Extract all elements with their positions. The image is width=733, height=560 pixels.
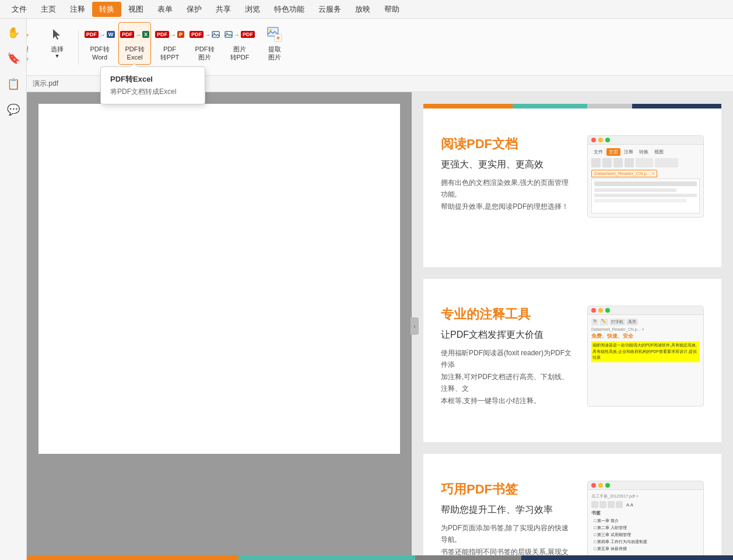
- read-pdf-title: 阅读PDF文档: [441, 135, 576, 153]
- dot-yellow-2: [598, 308, 603, 313]
- toolbar: ✋ 手型 工具 选择 ▼ PDF → W PDF转 Word: [0, 19, 733, 76]
- mini-content-area-1: [591, 178, 700, 214]
- sidebar-hand-icon[interactable]: ✋: [4, 23, 23, 42]
- menu-browse[interactable]: 浏览: [238, 2, 267, 17]
- menu-convert[interactable]: 转换: [92, 2, 121, 17]
- file-path: 演示.pdf: [33, 79, 58, 89]
- svg-rect-3: [225, 32, 232, 37]
- preview-section-annotation: 专业的注释工具 让PDF文档发挥更大价值 使用福昕PDF阅读器(foxit re…: [423, 279, 721, 442]
- mini-highlighted-text: 福昕阅读器是一款功能强大的PDF阅读软件,具有稳定高效,具有稳性高效,企业和政府…: [591, 341, 700, 362]
- mini-app-read: 文件 主页 注释 转换 视图: [587, 135, 704, 218]
- dot-red-2: [591, 308, 596, 313]
- mini-app-bar-2: [588, 306, 703, 315]
- dot-green-2: [605, 308, 610, 313]
- menu-view[interactable]: 视图: [121, 2, 150, 17]
- mini-app-content-3: 员工手册_20120917.pdf × A A 书签 □ 第一章 简介 □ 第二…: [588, 490, 703, 556]
- color-seg-navy: [632, 104, 721, 108]
- menu-features[interactable]: 特色功能: [267, 2, 311, 17]
- mini-tab-file: 文件: [591, 148, 605, 156]
- annotation-desc: 使用福昕PDF阅读器(foxit reader)为PDF文件添加注释,可对PDF…: [441, 347, 576, 407]
- annotation-section: 专业的注释工具 让PDF文档发挥更大价值 使用福昕PDF阅读器(foxit re…: [441, 306, 704, 407]
- color-seg-teal: [513, 104, 587, 108]
- bookmark-desc: 为PDF页面添加书签,除了实现内容的快速导航,书签还能指明不同书签的层级关系,展…: [441, 522, 576, 560]
- preview-panel: 阅读PDF文档 更强大、更实用、更高效 拥有出色的文档渲染效果,强大的页面管理功…: [412, 92, 733, 560]
- mini-hand-icon: [591, 158, 601, 167]
- sidebar-bookmark-icon[interactable]: 🔖: [4, 49, 23, 68]
- mini-orange-text: 免费、快速、安全: [591, 332, 700, 340]
- select-tool-button[interactable]: 选择 ▼: [41, 22, 73, 63]
- sidebar-comment-icon[interactable]: 💬: [4, 100, 23, 119]
- menu-share[interactable]: 共享: [209, 2, 238, 17]
- toc-item-2: □ 第二章 入职管理: [591, 525, 700, 531]
- mini-toolbar2: Tr ✏️ 打字机 高亮: [591, 318, 700, 326]
- mini-app-bar-1: [588, 136, 703, 145]
- pdf-to-word-button[interactable]: PDF → W PDF转 Word: [83, 22, 116, 65]
- mini-file-tab-1: Datasheet_Reader_CN.p... ×: [591, 170, 657, 177]
- dot-yellow: [598, 138, 603, 142]
- mini-nav-icon: [655, 158, 678, 167]
- collapse-chevron-icon: ›: [413, 323, 415, 330]
- pdf-to-excel-button[interactable]: PDF → X PDF转 Excel: [118, 22, 151, 65]
- mini-bookmarks-header: 书签: [591, 510, 700, 516]
- dot-green: [605, 138, 610, 142]
- bookmark-title: 巧用PDF书签: [441, 481, 576, 498]
- left-sidebar: ✋ 🔖 📋 💬: [0, 19, 27, 560]
- toc-item-5: □ 第五章 休薪停摆: [591, 546, 700, 552]
- pdf-excel-icon: PDF → X: [125, 25, 144, 44]
- bottom-seg-teal: [239, 555, 415, 560]
- mini-toolbar-row-1: [591, 158, 700, 167]
- sidebar-pages-icon[interactable]: 📋: [4, 75, 23, 93]
- pdf-img-icon: PDF →: [195, 25, 214, 44]
- mini-toc: □ 第一章 简介 □ 第二章 入职管理 □ 第三章 试用期管理 □ 第四章 工作…: [591, 518, 700, 552]
- toolbar-divider-1: [78, 30, 79, 65]
- extract-img-button[interactable]: 提取 图片: [258, 22, 291, 65]
- select-tool-label: 选择 ▼: [51, 45, 64, 60]
- menu-form[interactable]: 表单: [150, 2, 180, 17]
- document-inner: [38, 104, 400, 454]
- mini-cursor-icon: [602, 158, 612, 167]
- pdf-to-ppt-button[interactable]: PDF → P PDF 转PPT: [153, 22, 186, 65]
- mini-app-content-2: Tr ✏️ 打字机 高亮 Datasheet_Reader_CN.p... × …: [588, 315, 703, 366]
- img-to-pdf-button[interactable]: → PDF 图片 转PDF: [223, 22, 256, 65]
- menu-cloud[interactable]: 云服务: [311, 2, 348, 17]
- toc-item-3: □ 第三章 试用期管理: [591, 532, 700, 538]
- mini-tab-annot: 注释: [622, 148, 636, 156]
- mini-bookmark-toolbar: A A: [591, 501, 700, 508]
- read-pdf-subtitle: 更强大、更实用、更高效: [441, 159, 576, 171]
- mini-tab-bar-1: 文件 主页 注释 转换 视图: [591, 148, 700, 156]
- menu-present[interactable]: 放映: [348, 2, 377, 17]
- menu-protect[interactable]: 保护: [180, 2, 209, 17]
- menu-annotation[interactable]: 注释: [63, 2, 92, 17]
- img-pdf-icon: → PDF: [230, 25, 249, 44]
- mini-bm-icon-1: [591, 501, 598, 508]
- annotation-title: 专业的注释工具: [441, 306, 576, 323]
- preview-section-read: 阅读PDF文档 更强大、更实用、更高效 拥有出色的文档渲染效果,强大的页面管理功…: [423, 104, 721, 267]
- mini-btn-text: Tr: [591, 318, 598, 326]
- pdf-convert-img-button[interactable]: PDF → PDF转 图片: [188, 22, 221, 65]
- menu-file[interactable]: 文件: [5, 2, 34, 17]
- mini-bm-icon-4: [616, 501, 623, 508]
- mini-content-line-2: [594, 188, 676, 192]
- mini-btn-edit: ✏️: [599, 318, 608, 326]
- bottom-seg-navy: [521, 555, 733, 560]
- mini-tab-view: 视图: [652, 148, 666, 156]
- bookmark-subtitle: 帮助您提升工作、学习效率: [441, 504, 576, 516]
- mini-btn-hi: 打字机: [609, 318, 625, 326]
- mini-content-line-3: [594, 194, 697, 197]
- pdf-ppt-icon: PDF → P: [160, 25, 179, 44]
- cursor-icon: [48, 25, 66, 44]
- dot-yellow-3: [598, 483, 603, 488]
- pdf-convert-img-label: PDF转 图片: [195, 45, 215, 62]
- mini-content-line-4: [594, 199, 686, 202]
- toc-item-1: □ 第一章 简介: [591, 518, 700, 524]
- tooltip-description: 将PDF文档转成Excel: [110, 87, 195, 97]
- tooltip-title: PDF转Excel: [110, 74, 195, 85]
- color-seg-orange: [423, 104, 513, 108]
- mini-zoom-icon: [636, 158, 653, 167]
- mini-edit-icon: [613, 158, 623, 167]
- collapse-handle[interactable]: ›: [411, 317, 419, 335]
- mini-app-bar-3: [588, 481, 703, 490]
- menu-help[interactable]: 帮助: [377, 2, 406, 17]
- mini-app-bookmark: 员工手册_20120917.pdf × A A 书签 □ 第一章 简介 □ 第二…: [587, 481, 704, 560]
- menu-home[interactable]: 主页: [34, 2, 63, 17]
